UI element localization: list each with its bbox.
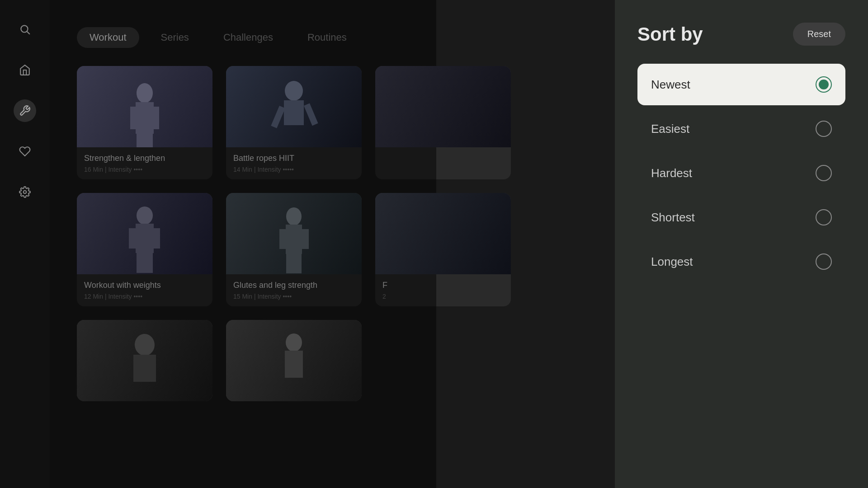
- sort-option-label: Easiest: [651, 122, 689, 136]
- radio-button: [816, 209, 832, 225]
- workout-card[interactable]: Battle ropes HIIT14 Min | Intensity ••••…: [226, 66, 362, 179]
- favorites-icon[interactable]: [14, 140, 36, 163]
- sort-title: Sort by: [637, 23, 703, 45]
- workout-card[interactable]: Strengthen & lengthen16 Min | Intensity …: [77, 66, 212, 179]
- workout-card[interactable]: [226, 320, 362, 401]
- workout-meta: 14 Min | Intensity •••••: [233, 166, 354, 173]
- sort-option-label: Longest: [651, 255, 693, 269]
- workout-title: Battle ropes HIIT: [233, 154, 354, 163]
- svg-point-0: [21, 25, 28, 32]
- tab-series[interactable]: Series: [148, 27, 202, 48]
- tab-workout[interactable]: Workout: [77, 27, 139, 48]
- tab-bar: Workout Series Challenges Routines: [77, 27, 597, 48]
- tab-routines[interactable]: Routines: [295, 27, 359, 48]
- sort-option-hardest[interactable]: Hardest: [637, 152, 845, 194]
- radio-button: [816, 165, 832, 181]
- svg-line-1: [27, 32, 30, 34]
- workout-title: Glutes and leg strength: [233, 281, 354, 290]
- svg-point-2: [24, 191, 27, 194]
- sort-option-label: Hardest: [651, 166, 692, 180]
- radio-button: [816, 76, 832, 93]
- sort-options-list: NewestEasiestHardestShortestLongest: [637, 64, 845, 282]
- sidebar: [0, 0, 50, 488]
- sort-option-longest[interactable]: Longest: [637, 241, 845, 282]
- sort-option-shortest[interactable]: Shortest: [637, 197, 845, 238]
- workout-card[interactable]: [375, 66, 511, 179]
- workout-card[interactable]: [77, 320, 212, 401]
- radio-inner: [819, 80, 829, 89]
- sort-option-label: Newest: [651, 78, 690, 92]
- tab-challenges[interactable]: Challenges: [211, 27, 286, 48]
- main-content: Workout Series Challenges Routines Stren…: [50, 0, 615, 488]
- search-icon[interactable]: [14, 18, 36, 41]
- workout-title: Strengthen & lengthen: [84, 154, 205, 163]
- sort-option-easiest[interactable]: Easiest: [637, 108, 845, 150]
- workout-title: Workout with weights: [84, 281, 205, 290]
- sort-panel: Sort by Reset NewestEasiestHardestShorte…: [615, 0, 868, 488]
- home-icon[interactable]: [14, 59, 36, 81]
- sort-header: Sort by Reset: [637, 23, 845, 46]
- workout-meta: 2: [382, 293, 504, 300]
- sort-option-newest[interactable]: Newest: [637, 64, 845, 105]
- sort-option-label: Shortest: [651, 211, 695, 225]
- reset-button[interactable]: Reset: [793, 23, 845, 46]
- workout-meta: 15 Min | Intensity ••••: [233, 293, 354, 300]
- settings-icon[interactable]: [14, 181, 36, 203]
- radio-button: [816, 253, 832, 270]
- radio-button: [816, 121, 832, 137]
- workout-card[interactable]: Glutes and leg strength15 Min | Intensit…: [226, 193, 362, 306]
- workout-grid: Strengthen & lengthen16 Min | Intensity …: [77, 66, 597, 401]
- workout-card[interactable]: Workout with weights12 Min | Intensity •…: [77, 193, 212, 306]
- workout-card[interactable]: F2: [375, 193, 511, 306]
- workout-meta: 12 Min | Intensity ••••: [84, 293, 205, 300]
- workout-title: F: [382, 281, 504, 290]
- tools-icon[interactable]: [14, 99, 36, 122]
- workout-meta: 16 Min | Intensity ••••: [84, 166, 205, 173]
